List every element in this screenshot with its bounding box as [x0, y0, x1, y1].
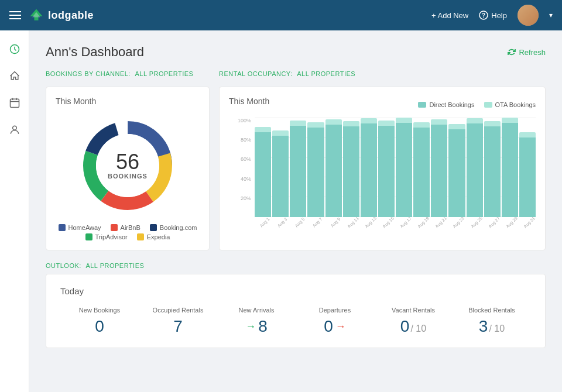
bar-ota-2 — [290, 121, 306, 126]
bar-ota-13 — [484, 121, 501, 126]
svg-text:?: ? — [482, 12, 485, 19]
bar-ota-5 — [343, 121, 359, 126]
metric-label-5: Blocked Rentals — [453, 307, 531, 314]
y-label-40: 40% — [229, 176, 251, 182]
bar-card-title: This Month — [229, 97, 269, 106]
metric-value-0: 0 — [60, 317, 139, 336]
x-labels-container: Aug 1Aug 3Aug 5Aug 7Aug 9Aug 11Aug 13Aug… — [255, 218, 536, 226]
legend-label-homeaway: HomeAway — [68, 224, 101, 231]
metric-value-1: 7 — [139, 317, 217, 336]
refresh-button[interactable]: Refresh — [508, 48, 546, 57]
calendar-icon — [9, 97, 20, 109]
metric-label-2: New Arrivals — [217, 307, 296, 314]
metric-1: Occupied Rentals7 — [139, 307, 217, 336]
bar-group-12 — [467, 118, 483, 217]
bar-ota-14 — [502, 118, 518, 123]
bars-area: Aug 1Aug 3Aug 5Aug 7Aug 9Aug 11Aug 13Aug… — [255, 118, 536, 229]
section-labels-row: BOOKINGS BY CHANNEL: All Properties RENT… — [46, 70, 546, 82]
help-icon: ? — [479, 11, 488, 20]
legend-expedia: Expedia — [137, 233, 170, 240]
bar-ota-7 — [378, 121, 395, 126]
avatar[interactable] — [518, 5, 539, 26]
add-new-button[interactable]: + Add New — [431, 11, 468, 20]
svg-rect-6 — [10, 99, 19, 107]
bar-group-14 — [502, 118, 518, 217]
bar-group-10 — [431, 118, 447, 217]
metric-arrow-2: → — [245, 321, 256, 333]
bar-direct-5 — [343, 126, 359, 217]
bar-direct-15 — [519, 137, 536, 217]
bar-direct-1 — [272, 136, 289, 217]
bar-group-7 — [378, 118, 395, 217]
bar-direct-11 — [448, 129, 465, 217]
bar-ota-0 — [255, 127, 271, 132]
donut-card-title: This Month — [56, 97, 200, 106]
metric-value-5: 3/ 10 — [453, 317, 531, 336]
bar-group-1 — [272, 118, 289, 217]
bar-direct-2 — [290, 126, 306, 217]
donut-number: 56 — [108, 152, 148, 173]
bar-ota-10 — [431, 119, 447, 125]
bar-direct-6 — [361, 123, 377, 217]
hamburger-menu[interactable] — [9, 11, 21, 19]
help-button[interactable]: ? Help — [479, 11, 507, 20]
metric-3: Departures0→ — [296, 307, 374, 336]
y-label-80: 80% — [229, 137, 251, 143]
bar-legend-direct: Direct Bookings — [418, 101, 474, 108]
user-icon — [9, 124, 20, 136]
metric-total-5: / 10 — [489, 324, 505, 334]
metric-0: New Bookings0 — [60, 307, 139, 336]
sidebar-item-home[interactable] — [4, 66, 25, 87]
bar-direct-9 — [413, 128, 430, 217]
donut-wrapper: 56 BOOKINGS — [56, 113, 200, 218]
bar-ota-6 — [361, 118, 377, 123]
avatar-dropdown-icon[interactable]: ▾ — [549, 11, 553, 19]
refresh-label: Refresh — [519, 48, 546, 57]
bookings-section-label: BOOKINGS BY CHANNEL: All Properties — [46, 70, 210, 77]
bar-group-6 — [361, 118, 377, 217]
bar-direct-12 — [467, 123, 483, 217]
nav-left: lodgable — [9, 7, 431, 23]
sidebar-item-dashboard[interactable] — [4, 39, 25, 60]
page-title: Ann's Dashboard — [46, 44, 144, 60]
metric-label-3: Departures — [296, 307, 374, 314]
sidebar-item-calendar[interactable] — [4, 92, 25, 114]
top-navigation: lodgable + Add New ? Help ▾ — [0, 0, 562, 30]
donut-center: 56 BOOKINGS — [108, 152, 148, 180]
sidebar — [0, 30, 29, 392]
add-new-label: + Add New — [431, 11, 468, 20]
bar-legend-ota: OTA Bookings — [484, 101, 536, 108]
nav-right: + Add New ? Help ▾ — [431, 5, 553, 26]
legend-dot-expedia — [137, 233, 144, 240]
metric-total-4: / 10 — [410, 324, 426, 334]
metric-2: New Arrivals→8 — [217, 307, 296, 336]
outlook-section: OUTLOOK: All Properties Today New Bookin… — [46, 262, 546, 348]
logo[interactable]: lodgable — [28, 7, 94, 23]
outlook-section-label: OUTLOOK: All Properties — [46, 262, 546, 269]
sidebar-item-users[interactable] — [4, 119, 25, 140]
donut-chart: 56 BOOKINGS — [75, 113, 180, 218]
occupancy-bar-card: This Month Direct Bookings OTA Bookings — [219, 87, 546, 250]
logo-text: lodgable — [48, 9, 94, 22]
legend-dot-tripadvisor — [85, 233, 92, 240]
bar-chart: 100% 80% 60% 40% 20% — [229, 118, 536, 240]
legend-bookingcom: Booking.com — [150, 224, 197, 231]
donut-legend: HomeAway AirBnB Booking.com TripAdvisor … — [56, 224, 200, 240]
bar-legend: Direct Bookings OTA Bookings — [418, 101, 536, 108]
main-content: Ann's Dashboard Refresh BOOKINGS BY CHAN… — [29, 30, 562, 392]
bar-group-3 — [307, 118, 324, 217]
metric-4: Vacant Rentals0/ 10 — [374, 307, 453, 336]
bar-ota-15 — [519, 132, 536, 137]
bar-ota-8 — [396, 118, 412, 123]
metric-label-4: Vacant Rentals — [374, 307, 453, 314]
metric-value-2: →8 — [217, 317, 296, 336]
legend-label-tripadvisor: TripAdvisor — [95, 233, 128, 240]
metric-value-3: 0→ — [296, 317, 374, 336]
legend-label-airbnb: AirBnB — [121, 224, 140, 231]
cards-row: This Month — [46, 87, 546, 250]
metric-label-0: New Bookings — [60, 307, 139, 314]
svg-point-10 — [12, 126, 16, 130]
bar-group-4 — [325, 118, 342, 217]
bookings-section-label-wrapper: BOOKINGS BY CHANNEL: All Properties — [46, 70, 210, 82]
metric-label-1: Occupied Rentals — [139, 307, 217, 314]
